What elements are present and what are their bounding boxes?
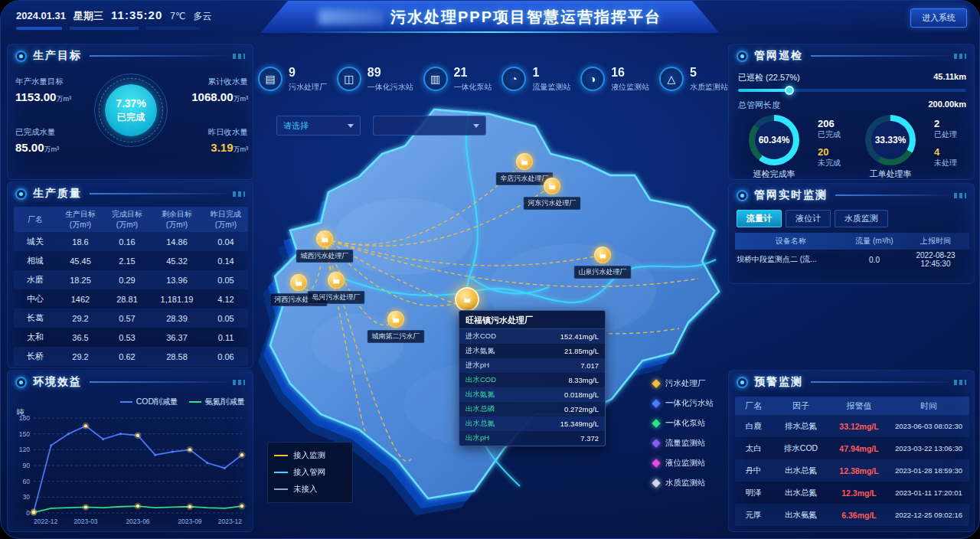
header-decoration-lines [16, 27, 246, 30]
column-unit: (万m³) [204, 220, 248, 230]
factory-icon [547, 181, 557, 191]
stat-value: 206 [818, 118, 841, 129]
stat-unit: 万m³ [234, 145, 249, 153]
plant-marker[interactable] [387, 311, 404, 328]
column-header: 设备名称 [735, 236, 847, 247]
inspection-rate-donut: 60.34% [749, 115, 799, 165]
svg-text:90: 90 [23, 462, 31, 469]
column-header: 因子 [772, 400, 830, 412]
facility-stat: ▤9污水处理厂 [258, 67, 327, 103]
dashboard-screen: 城西污水处理厂河西污水处理厂皂河污水处理厂城南第二污水厂辛店污水处理厂河东污水处… [0, 0, 980, 539]
cell-plant: 太白 [735, 443, 772, 454]
panel-header: 环境效益 [8, 371, 253, 394]
popup-row-value: 8.33mg/L [568, 376, 599, 384]
plant-marker[interactable] [455, 287, 479, 312]
monitor-icon [737, 190, 748, 201]
popup-row-label: 进水COD [466, 332, 496, 341]
popup-row-value: 15.349mg/L [560, 420, 599, 428]
stat-label: 累计收水量 [165, 77, 248, 87]
tab-0[interactable]: 流量计 [737, 210, 782, 227]
stat-label: 流量监测站 [532, 82, 570, 93]
clock-label: 11:35:20 [111, 8, 162, 21]
svg-text:2023-06: 2023-06 [126, 518, 149, 525]
enter-system-button[interactable]: 进入系统 [910, 8, 967, 28]
panel-title: 生产目标 [33, 49, 82, 63]
legend-label: 流量监测站 [665, 438, 706, 449]
panel-more-decoration [233, 191, 245, 197]
table-cell: 36.37 [150, 333, 204, 342]
factory-icon [320, 234, 329, 243]
legend-dot [652, 459, 660, 467]
target-icon [15, 51, 27, 62]
plant-marker[interactable] [516, 153, 533, 170]
stat-label: 昨日收水量 [165, 127, 248, 138]
panel-more-decoration [954, 380, 966, 385]
popup-row-value: 0.018mg/L [564, 390, 599, 399]
header-line [811, 381, 949, 383]
table-row: 长葛29.20.5728.390.05 [14, 309, 248, 328]
table-row: 水磨18.250.2913.960.05 [14, 270, 248, 289]
stat-value: 85.00万m³ [15, 141, 98, 155]
cell-alarm-value: 33.12mg/L [830, 422, 888, 431]
column-name: 完成目标 [104, 209, 150, 220]
column-header: 时间 [888, 400, 969, 412]
table-cell: 0.05 [204, 276, 248, 285]
header-line [90, 193, 228, 194]
realtime-table: 设备名称流量 (m³/h)上报时间 坝桥中段监测点二 (流...0.02022-… [735, 233, 969, 270]
column-unit: (万m³) [57, 220, 104, 230]
popup-row: 出水pH7.372 [459, 431, 605, 446]
title-band: 污水处理PPP项目智慧运营指挥平台 [260, 1, 720, 33]
panel-header: 管网巡检 [729, 44, 974, 67]
plant-marker[interactable] [594, 247, 611, 263]
factory-icon [520, 157, 529, 166]
table-cell: 29.2 [57, 352, 104, 361]
inspection-icon [737, 51, 748, 62]
table-cell: 45.45 [57, 256, 104, 266]
pump-icon: ▥ [423, 67, 448, 91]
slider-knob[interactable] [785, 86, 794, 95]
target-stat: 已完成水量85.00万m³ [15, 127, 98, 155]
stat-text: 89一体化污水站 [368, 67, 413, 93]
plant-marker[interactable] [290, 274, 307, 291]
panel-environment-benefit: 环境效益 COD削减量氨氮削减量 吨03060901201501802022-1… [7, 370, 253, 532]
svg-text:2023-03: 2023-03 [74, 518, 97, 525]
stat-value: 3.19万m³ [165, 141, 248, 155]
table-header-row: 厂名生产目标(万m³)完成目标(万m³)剩余目标(万m³)昨日完成(万m³) [14, 207, 248, 232]
temperature-label: 7℃ [170, 11, 185, 21]
stat-unit: 万m³ [56, 95, 71, 103]
donut-label: 巡检完成率 [732, 168, 816, 180]
svg-text:2022-12: 2022-12 [34, 518, 57, 525]
date-label: 2024.01.31 [16, 10, 66, 21]
facility-stat: ◔1流量监测站 [501, 67, 570, 103]
area-select[interactable]: 请选择 [276, 116, 361, 136]
stat-unit: 万m³ [44, 145, 60, 153]
table-cell: 0.11 [204, 333, 248, 342]
tab-2[interactable]: 水质监测 [835, 210, 888, 227]
legend-swatch [120, 401, 132, 403]
plant-marker-label: 皂河污水处理厂 [308, 291, 365, 304]
stat-count: 16 [611, 67, 649, 79]
plant-marker[interactable] [316, 230, 333, 247]
tab-1[interactable]: 液位计 [786, 210, 831, 227]
cell-plant: 元厚 [735, 510, 772, 521]
table-cell: 1462 [57, 295, 104, 304]
inspection-progress-slider [738, 89, 966, 92]
level-meter-icon: ◑ [580, 67, 605, 91]
panel-pipe-realtime: 管网实时监测 流量计液位计水质监测 设备名称流量 (m³/h)上报时间 坝桥中段… [728, 183, 975, 284]
cell-report-time: 2022-08-23 12:45:30 [902, 251, 969, 268]
panel-more-decoration [954, 54, 966, 59]
popup-row-value: 7.017 [580, 361, 599, 370]
table-row: 明泽出水总氮12.3mg/L2023-01-11 17:20:01 [735, 482, 969, 504]
plant-marker[interactable] [328, 272, 345, 289]
table-cell: 2.15 [104, 256, 150, 266]
plant-marker[interactable] [544, 178, 560, 194]
station-select[interactable] [373, 116, 486, 136]
table-cell: 长葛 [14, 312, 57, 324]
legend-dot [652, 379, 660, 387]
table-row: 中心146228.811,181.194.12 [14, 289, 248, 309]
cell-plant: 明泽 [735, 488, 772, 498]
panel-more-decoration [954, 193, 966, 198]
popup-row: 出水总磷0.272mg/L [459, 402, 605, 416]
table-row: 城关18.60.1614.860.04 [14, 232, 248, 251]
table-cell: 0.14 [204, 256, 248, 266]
